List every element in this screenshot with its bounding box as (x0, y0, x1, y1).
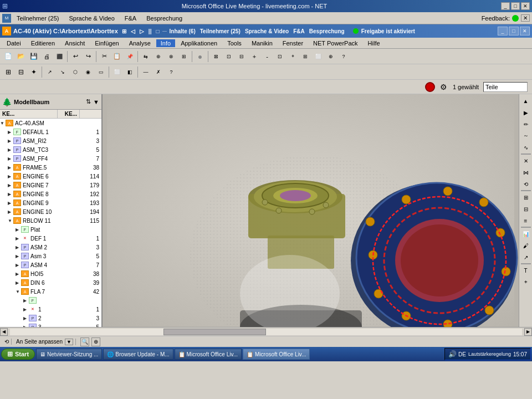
tb2-cube[interactable]: ◧ (124, 66, 136, 78)
menu-sprache-video[interactable]: Sprache & Video (64, 14, 119, 23)
zoom-out-status[interactable]: ⊕ (91, 337, 100, 346)
tree-item[interactable]: ▶ F Plat (0, 225, 101, 234)
tree-item[interactable]: ▶ A FRAME.5 38 (0, 163, 101, 172)
sort-icon[interactable]: ⇅ (86, 98, 91, 105)
tb-orient[interactable]: ⊗ (165, 50, 177, 63)
tree-item[interactable]: ▼ A FLA 7 42 (0, 287, 101, 296)
expand-icon[interactable]: ▶ (23, 325, 29, 328)
tree-item[interactable]: ▶ P ASM 2 3 (0, 243, 101, 252)
menu-info[interactable]: Info (156, 39, 175, 47)
tb2-line[interactable]: — (140, 66, 152, 78)
tb-zoom-in[interactable]: + (248, 50, 260, 63)
tree-item[interactable]: ▶ A DIN 6 39 (0, 278, 101, 287)
expand-icon[interactable]: ▶ (23, 316, 29, 321)
inner-tool-3[interactable]: ▷ (138, 28, 146, 34)
tb2-help[interactable]: ? (165, 66, 177, 78)
tb2-arrow2[interactable]: ↘ (57, 66, 69, 78)
menu-fqa[interactable]: F&A (120, 14, 141, 23)
tb-zoom-fit[interactable]: ⊡ (274, 50, 286, 63)
menu-net-powerpack[interactable]: NET PowerPack (309, 39, 362, 47)
minimize-button[interactable]: _ (501, 2, 510, 10)
rt-zigzag[interactable]: ⋈ (520, 167, 531, 178)
tb2-grid[interactable]: ⊞ (2, 66, 14, 78)
tree-item[interactable]: ▶ P ASM_FF4 7 (0, 154, 101, 163)
tree-item[interactable]: ▶ ✕ 1 1 (0, 305, 101, 314)
tb2-arrow[interactable]: ↗ (44, 66, 56, 78)
tb-cut[interactable]: ✂ (98, 50, 110, 63)
taskbar-netviewer[interactable]: 🖥 Netviewer-Sitzung ... (36, 349, 102, 360)
tb-view3[interactable]: ⊟ (236, 50, 248, 63)
tree-item[interactable]: ▶ P 3 5 (0, 323, 101, 327)
zoom-in-status[interactable]: 🔍 (80, 337, 89, 346)
horizontal-scrollbar[interactable]: ◀ ▶ (0, 327, 532, 336)
taskbar-browser[interactable]: 🌐 Browser Update - M... (103, 349, 173, 360)
tb-view1[interactable]: ⊠ (210, 50, 222, 63)
rt-arrow-up[interactable]: ▲ (520, 95, 531, 106)
tree-item[interactable]: ▶ F (0, 296, 101, 305)
rt-lines[interactable]: ≡ (520, 215, 531, 226)
expand-icon[interactable]: ▶ (8, 156, 13, 161)
tree-item[interactable]: ▶ ✕ DEF 1 1 (0, 234, 101, 243)
tb2-hex[interactable]: ⬡ (69, 66, 81, 78)
tb-print2[interactable]: ⬛ (53, 50, 65, 63)
expand-icon[interactable]: ▼ (8, 218, 13, 223)
expand-icon[interactable]: ▼ (16, 289, 21, 294)
tb-sphere[interactable]: ● (194, 50, 206, 63)
tree-item[interactable]: ▶ F DEFAUL 1 1 (0, 127, 101, 136)
tree-item[interactable]: ▶ P ASM_RI2 3 (0, 136, 101, 145)
rt-cross[interactable]: ✕ (520, 155, 531, 166)
tb-copy[interactable]: 📋 (111, 50, 123, 63)
fit-dropdown[interactable]: ▼ (65, 339, 73, 345)
scroll-track[interactable] (10, 329, 522, 335)
tree-item[interactable]: ▶ A ENGINE 7 179 (0, 181, 101, 190)
tb-measure[interactable]: ⌖ (287, 50, 299, 63)
inner-minimize-btn[interactable]: _ (498, 27, 508, 35)
expand-icon[interactable]: ▶ (23, 307, 29, 312)
inner-tool-2[interactable]: ◁ (129, 28, 137, 34)
tb-redo[interactable]: ↪ (82, 50, 94, 63)
expand-icon[interactable]: ▶ (8, 183, 13, 188)
tree-options-icon[interactable]: ▼ (93, 99, 99, 105)
tb-move[interactable]: ⇆ (140, 50, 152, 63)
tb2-delete[interactable]: ✗ (152, 66, 165, 78)
expand-icon[interactable]: ▼ (0, 121, 6, 126)
menu-analyse[interactable]: Analyse (125, 39, 155, 47)
scroll-right-btn[interactable]: ▶ (524, 328, 532, 336)
nav-besprechung[interactable]: Besprechung (308, 28, 346, 34)
expand-icon[interactable]: ▶ (8, 147, 13, 152)
expand-icon[interactable]: ▶ (16, 236, 21, 241)
rt-arrow-right[interactable]: ▶ (520, 107, 531, 118)
inner-close-btn[interactable]: ✕ (520, 27, 530, 35)
unit-input[interactable] (483, 82, 528, 92)
rt-chart[interactable]: 📊 (520, 228, 531, 239)
tree-item[interactable]: ▶ A HOI5 38 (0, 269, 101, 278)
menu-hilfe[interactable]: Hilfe (364, 39, 385, 47)
tb-dim[interactable]: ⊞ (299, 50, 311, 63)
inner-tool-1[interactable]: ⊞ (120, 28, 128, 34)
inner-restore-btn[interactable]: □ (509, 27, 519, 35)
3d-viewport[interactable] (103, 94, 519, 327)
expand-icon[interactable]: ▶ (16, 227, 21, 232)
tree-item[interactable]: ▼ A AC-40.ASM (0, 119, 101, 127)
expand-icon[interactable]: ▶ (23, 298, 29, 303)
expand-icon[interactable]: ▶ (16, 254, 21, 259)
menu-manikin[interactable]: Manikin (247, 39, 277, 47)
menu-fenster[interactable]: Fenster (278, 39, 308, 47)
tb-extra1[interactable]: ⊕ (325, 50, 337, 63)
maximize-button[interactable]: □ (511, 2, 520, 10)
rt-text-t[interactable]: T (520, 265, 531, 276)
scroll-thumb[interactable] (163, 329, 266, 335)
scroll-left-btn[interactable]: ◀ (0, 328, 8, 336)
menu-editieren[interactable]: Editieren (27, 39, 59, 47)
menu-teilnehmer[interactable]: Teilnehmer (25) (12, 14, 63, 23)
taskbar-livemeeting-1[interactable]: 📋 Microsoft Office Liv... (175, 349, 242, 360)
expand-icon[interactable]: ▶ (16, 245, 21, 250)
tree-item[interactable]: ▶ P ASM_TC3 5 (0, 145, 101, 154)
start-button[interactable]: ⊞ Start (1, 349, 35, 360)
expand-icon[interactable]: ▶ (16, 280, 21, 285)
tree-item[interactable]: ▶ P 2 3 (0, 314, 101, 323)
tb-zoom-out[interactable]: - (261, 50, 273, 63)
tree-item[interactable]: ▼ A RBLOW 11 115 (0, 216, 101, 225)
menu-besprechung[interactable]: Besprechung (142, 14, 187, 23)
tree-item[interactable]: ▶ A ENGINE 10 194 (0, 207, 101, 216)
